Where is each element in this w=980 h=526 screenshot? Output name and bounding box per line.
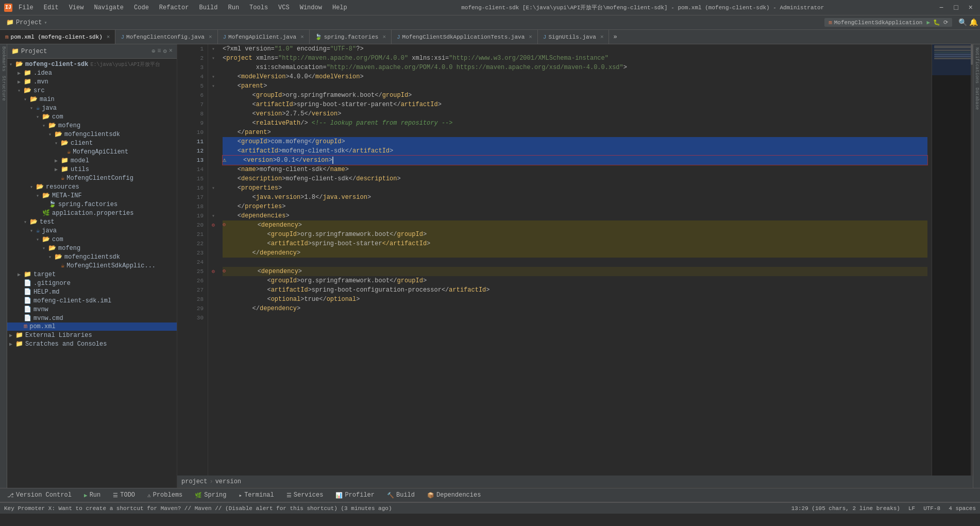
menu-build[interactable]: Build — [197, 3, 219, 12]
project-panel-icons[interactable]: ⊕ ≡ ⚙ × — [151, 47, 173, 55]
tree-test-mofeng[interactable]: ▾ 📂 mofeng — [7, 244, 177, 252]
project-panel-tab[interactable]: 📁 Project ▾ — [2, 16, 51, 28]
problems-btn[interactable]: ⚠ Problems — [144, 490, 185, 500]
profiler-btn[interactable]: 📊 Profiler — [332, 490, 378, 500]
menu-code[interactable]: Code — [132, 3, 151, 12]
tab-tests-java[interactable]: J MofengClientSdkApplicationTests.java × — [392, 30, 538, 44]
search-icon[interactable]: 🔍 — [958, 18, 967, 27]
menu-bar[interactable]: File Edit View Navigate Code Refactor Bu… — [16, 3, 349, 12]
tree-mvnw[interactable]: ▶ 📄 mvnw — [7, 305, 177, 314]
tab-overflow-menu[interactable]: » — [609, 33, 621, 41]
tree-app-properties[interactable]: ▶ 🌿 application.properties — [7, 209, 177, 217]
close-tab-api[interactable]: × — [300, 34, 304, 40]
code-line-9: <relativePath/> <!-- lookup parent from … — [223, 118, 927, 128]
close-button[interactable]: × — [966, 3, 976, 13]
dependencies-btn[interactable]: 📦 Dependencies — [424, 490, 484, 500]
tab-pom-xml[interactable]: m pom.xml (mofeng-client-sdk) × — [0, 30, 115, 44]
tree-model[interactable]: ▶ 📁 model — [7, 156, 177, 165]
tree-test-app[interactable]: ▶ ☕ MofengClientSdkApplic... — [7, 261, 177, 270]
tree-mofengapiclient[interactable]: ▶ ☕ MofengApiClient — [7, 147, 177, 156]
breadcrumb-version[interactable]: version — [215, 478, 241, 485]
run-config-selector[interactable]: m MofengClientSdkApplication ▶ 🐛 ⟳ — [824, 18, 952, 27]
menu-window[interactable]: Window — [298, 3, 324, 12]
tree-meta-inf[interactable]: ▾ 📂 META-INF — [7, 191, 177, 200]
menu-navigate[interactable]: Navigate — [92, 3, 126, 12]
tree-root[interactable]: ▾ 📂 mofeng-client-sdk E:\java\yupi\API开放… — [7, 60, 177, 69]
tree-scratches[interactable]: ▶ 📁 Scratches and Consoles — [7, 340, 177, 348]
close-tab-tests[interactable]: × — [529, 34, 532, 40]
tree-test-com[interactable]: ▾ 📂 com — [7, 235, 177, 244]
tree-spring-factories[interactable]: ▶ 🍃 spring.factories — [7, 200, 177, 209]
tab-spring-factories[interactable]: 🍃 spring.factories × — [310, 30, 392, 44]
tree-test[interactable]: ▾ 📂 test — [7, 217, 177, 226]
status-position[interactable]: 13:29 (105 chars, 2 line breaks) — [791, 505, 900, 512]
close-tab-spring[interactable]: × — [382, 34, 386, 40]
tree-client[interactable]: ▾ 📂 client — [7, 139, 177, 147]
tree-mvn[interactable]: ▶ 📁 .mvn — [7, 77, 177, 86]
code-area[interactable]: 1 2 3 4 5 6 7 8 9 10 11 12 13 14 15 16 1… — [177, 44, 973, 476]
tree-pom-xml[interactable]: ▶ m pom.xml — [7, 323, 177, 331]
tree-java[interactable]: ▾ ☕ java — [7, 104, 177, 112]
code-content[interactable]: <?xml version="1.0" encoding="UTF-8"?> <… — [218, 44, 932, 476]
menu-vcs[interactable]: VCS — [276, 3, 292, 12]
menu-help[interactable]: Help — [330, 3, 349, 12]
close-tab-sign[interactable]: × — [600, 34, 604, 40]
close-panel-icon[interactable]: × — [169, 47, 173, 55]
status-line-ending[interactable]: LF — [908, 505, 915, 512]
minimap-scrollthumb[interactable] — [971, 44, 973, 65]
tab-sign-java[interactable]: J SignUtils.java × — [538, 30, 610, 44]
minimap[interactable] — [932, 44, 973, 476]
tab-config-java[interactable]: J MofengClientConfig.java × — [115, 30, 217, 44]
tree-target[interactable]: ▶ 📁 target — [7, 270, 177, 279]
update-icon[interactable]: 🔔 — [969, 18, 978, 27]
window-controls[interactable]: − □ × — [936, 3, 976, 13]
tree-com[interactable]: ▾ 📂 com — [7, 112, 177, 121]
window-title: mofeng-client-sdk [E:\java\yupi\API开放平台\… — [349, 4, 936, 11]
tree-test-sdk[interactable]: ▾ 📂 mofengclientsdk — [7, 252, 177, 261]
notifications-icon[interactable]: Notifications — [974, 47, 979, 83]
services-btn[interactable]: ☰ Services — [283, 490, 327, 500]
version-control-btn[interactable]: ⎇ Version Control — [4, 490, 75, 500]
collapse-icon[interactable]: ≡ — [157, 47, 161, 55]
tree-mofengclientconfig[interactable]: ▶ ☕ MofengClientConfig — [7, 174, 177, 182]
tree-mvnw-cmd[interactable]: ▶ 📄 mvnw.cmd — [7, 314, 177, 323]
run-btn[interactable]: ▶ Run — [81, 490, 104, 500]
tree-idea[interactable]: ▶ 📁 .idea — [7, 69, 177, 77]
tree-utils[interactable]: ▶ 📁 utils — [7, 165, 177, 174]
tree-gitignore[interactable]: ▶ 📄 .gitignore — [7, 279, 177, 287]
database-icon[interactable]: Database — [974, 88, 979, 110]
locate-icon[interactable]: ⊕ — [151, 47, 155, 55]
tree-mofeng[interactable]: ▾ 📂 mofeng — [7, 121, 177, 130]
structure-icon[interactable]: Structure — [1, 76, 6, 101]
tree-mofengclientsdk[interactable]: ▾ 📂 mofengclientsdk — [7, 130, 177, 139]
close-tab-config[interactable]: × — [209, 34, 212, 40]
menu-edit[interactable]: Edit — [42, 3, 61, 12]
build-btn[interactable]: 🔨 Build — [384, 490, 418, 500]
menu-view[interactable]: View — [67, 3, 86, 12]
breadcrumb-project[interactable]: project — [181, 478, 207, 485]
tree-ext-libs[interactable]: ▶ 📁 External Libraries — [7, 331, 177, 340]
menu-run[interactable]: Run — [226, 3, 241, 12]
todo-btn[interactable]: ☰ TODO — [110, 490, 138, 500]
tree-src[interactable]: ▾ 📂 src — [7, 86, 177, 95]
terminal-btn[interactable]: ▸ Terminal — [236, 490, 277, 500]
menu-refactor[interactable]: Refactor — [157, 3, 191, 12]
minimap-scrolltrack[interactable] — [971, 44, 973, 476]
status-encoding[interactable]: UTF-8 — [923, 505, 940, 512]
tree-test-java[interactable]: ▾ ☕ java — [7, 226, 177, 235]
menu-file[interactable]: File — [16, 3, 36, 12]
code-line-30 — [223, 313, 927, 323]
minimize-button[interactable]: − — [936, 3, 947, 13]
bookmarks-icon[interactable]: Bookmarks — [1, 46, 6, 72]
tree-helpmd[interactable]: ▶ 📄 HELP.md — [7, 287, 177, 296]
close-tab-pom[interactable]: × — [107, 34, 110, 40]
menu-tools[interactable]: Tools — [247, 3, 270, 12]
tree-main[interactable]: ▾ 📂 main — [7, 95, 177, 104]
spring-btn[interactable]: 🌿 Spring — [192, 490, 229, 500]
settings-icon[interactable]: ⚙ — [163, 47, 167, 55]
status-indentation[interactable]: 4 spaces — [949, 505, 976, 512]
tree-resources[interactable]: ▾ 📂 resources — [7, 182, 177, 191]
tree-iml[interactable]: ▶ 📄 mofeng-client-sdk.iml — [7, 296, 177, 305]
tab-api-java[interactable]: J MofengApiClient.java × — [218, 30, 310, 44]
maximize-button[interactable]: □ — [951, 3, 961, 13]
